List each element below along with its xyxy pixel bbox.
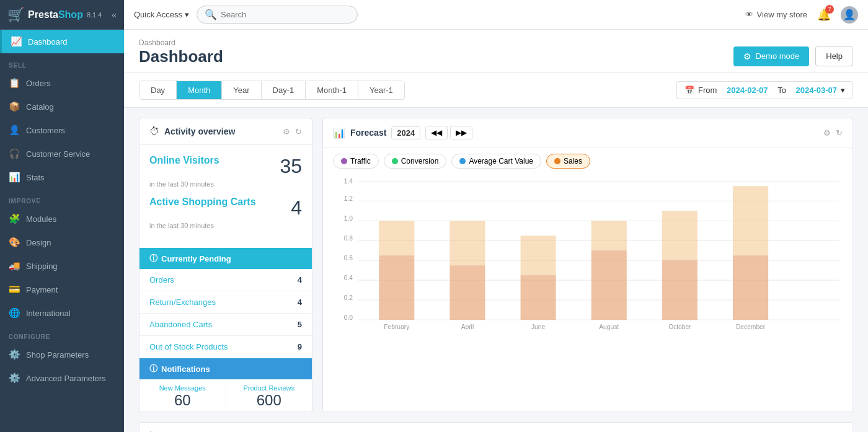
filter-tab-month[interactable]: Month <box>177 81 222 99</box>
customer-service-icon: 🎧 <box>9 148 20 159</box>
sidebar-item-payment[interactable]: 💳 Payment <box>0 278 124 301</box>
page-header: Dashboard Dashboard ⚙ Demo mode Help <box>124 30 868 73</box>
forecast-panel: 📊 Forecast 2024 ◀◀ ▶▶ ⚙ ↻ Traffic <box>322 118 853 412</box>
forecast-settings-icon[interactable]: ⚙ <box>823 128 831 138</box>
sidebar-item-shipping[interactable]: 🚚 Shipping <box>0 254 124 278</box>
shop-parameters-icon: ⚙️ <box>9 349 20 360</box>
pending-stock-count: 9 <box>298 342 302 351</box>
dashboard-bottom: 📊 Dashboard ⚙ ↻ Sales Orders Cart Value … <box>124 422 868 432</box>
active-carts-sub: in the last 30 minutes <box>149 222 302 229</box>
quick-access-menu[interactable]: Quick Access ▾ <box>134 10 189 19</box>
forecast-prev-button[interactable]: ◀◀ <box>425 126 448 139</box>
demo-mode-button[interactable]: ⚙ Demo mode <box>733 46 809 66</box>
notifications-header: ⓘ Notifications <box>140 358 312 379</box>
sidebar-item-modules[interactable]: 🧩 Modules <box>0 207 124 231</box>
notification-bell[interactable]: 🔔 7 <box>817 8 831 22</box>
notifications-title: Notifications <box>161 364 210 374</box>
activity-overview-panel: ⏱ Activity overview ⚙ ↻ Online Visitors … <box>139 118 312 412</box>
modules-icon: 🧩 <box>9 213 20 224</box>
pending-stock-link[interactable]: Out of Stock Products <box>149 342 228 351</box>
sidebar-item-international[interactable]: 🌐 International <box>0 301 124 325</box>
user-avatar[interactable]: 👤 <box>841 6 858 24</box>
sidebar-item-label: Orders <box>26 79 51 88</box>
forecast-year: 2024 <box>391 126 420 139</box>
toggle-icon: ⚙ <box>743 51 751 61</box>
search-box[interactable]: 🔍 <box>197 6 358 24</box>
jun-bar-lower <box>521 275 556 320</box>
feb-bar-upper <box>379 221 414 255</box>
sidebar-item-label: Shipping <box>26 262 58 271</box>
oct-bar-lower <box>662 260 698 320</box>
sidebar: 🛒 PrestaShop 8.1.4 « 📈 Dashboard SELL 📋 … <box>0 0 124 432</box>
help-button[interactable]: Help <box>815 46 853 66</box>
cart-value-label: Average Cart Value <box>469 157 533 165</box>
svg-text:0.6: 0.6 <box>344 255 353 262</box>
sidebar-item-label: Shop Parameters <box>26 350 89 359</box>
svg-text:1.4: 1.4 <box>344 178 353 185</box>
search-input[interactable] <box>221 10 350 19</box>
sidebar-item-design[interactable]: 🎨 Design <box>0 231 124 254</box>
legend-traffic-button[interactable]: Traffic <box>333 154 379 169</box>
sidebar-item-shop-parameters[interactable]: ⚙️ Shop Parameters <box>0 343 124 366</box>
sidebar-item-label: Modules <box>26 214 56 224</box>
sidebar-item-label: Customers <box>26 126 65 135</box>
activity-refresh-icon[interactable]: ↻ <box>295 127 302 136</box>
svg-text:April: April <box>461 324 474 330</box>
sidebar-item-label: Stats <box>26 173 45 182</box>
page-actions: ⚙ Demo mode Help <box>733 46 853 66</box>
svg-text:0.2: 0.2 <box>344 294 353 301</box>
pending-orders-count: 4 <box>298 275 302 284</box>
svg-text:1.0: 1.0 <box>344 215 353 222</box>
catalog-icon: 📦 <box>9 101 20 112</box>
filter-tab-day1[interactable]: Day-1 <box>262 81 306 99</box>
pending-header: ⓘ Currently Pending <box>140 248 312 269</box>
dashboard-body: ⏱ Activity overview ⚙ ↻ Online Visitors … <box>124 108 868 422</box>
legend-conversion-button[interactable]: Conversion <box>384 154 447 169</box>
aug-bar-lower <box>591 250 627 320</box>
sidebar-item-stats[interactable]: 📊 Stats <box>0 165 124 189</box>
dashboard-panel-header: 📊 Dashboard ⚙ ↻ <box>140 423 852 432</box>
sidebar-item-customers[interactable]: 👤 Customers <box>0 118 124 142</box>
sidebar-item-label: International <box>26 309 71 318</box>
view-store-link[interactable]: 👁 View my store <box>745 10 807 19</box>
product-reviews-value: 600 <box>226 392 312 409</box>
dec-bar-lower <box>733 255 768 320</box>
topbar: Quick Access ▾ 🔍 👁 View my store 🔔 7 👤 <box>124 0 868 30</box>
app-version: 8.1.4 <box>87 11 102 19</box>
feb-bar-lower <box>379 255 414 320</box>
filter-tab-month1[interactable]: Month-1 <box>306 81 358 99</box>
svg-text:0.0: 0.0 <box>344 314 353 321</box>
logo-shop: Shop <box>58 9 83 20</box>
stat-section: Online Visitors 35 in the last 30 minute… <box>140 145 312 248</box>
activity-settings-icon[interactable]: ⚙ <box>283 127 290 136</box>
sidebar-item-catalog[interactable]: 📦 Catalog <box>0 95 124 118</box>
apr-bar-lower <box>450 265 485 320</box>
date-range-picker[interactable]: 📅 From 2024-02-07 To 2024-03-07 ▾ <box>676 81 853 99</box>
pending-returns-link[interactable]: Return/Exchanges <box>149 298 216 307</box>
activity-title: Activity overview <box>164 126 278 136</box>
filter-tab-year1[interactable]: Year-1 <box>358 81 404 99</box>
quick-access-chevron-icon: ▾ <box>185 10 189 19</box>
eye-icon: 👁 <box>745 10 753 19</box>
pending-carts-link[interactable]: Abandoned Carts <box>149 320 212 329</box>
legend-cart-value-button[interactable]: Average Cart Value <box>451 154 541 169</box>
sidebar-collapse-button[interactable]: « <box>112 10 117 20</box>
sidebar-item-dashboard[interactable]: 📈 Dashboard <box>0 30 124 53</box>
svg-text:0.8: 0.8 <box>344 235 353 242</box>
new-messages-link[interactable]: New Messages <box>140 384 226 392</box>
from-label: From <box>698 86 717 95</box>
sidebar-item-customer-service[interactable]: 🎧 Customer Service <box>0 142 124 165</box>
online-visitors-sub: in the last 30 minutes <box>149 180 302 188</box>
sidebar-item-advanced-parameters[interactable]: ⚙️ Advanced Parameters <box>0 366 124 390</box>
filter-tab-day[interactable]: Day <box>140 81 177 99</box>
legend-sales-button[interactable]: Sales <box>546 154 590 169</box>
pending-orders-link[interactable]: Orders <box>149 275 174 284</box>
filter-tab-year[interactable]: Year <box>222 81 261 99</box>
online-visitors-row: Online Visitors 35 <box>149 155 302 178</box>
sidebar-item-orders[interactable]: 📋 Orders <box>0 71 124 95</box>
customers-icon: 👤 <box>9 125 20 136</box>
forecast-refresh-icon[interactable]: ↻ <box>836 128 843 138</box>
forecast-next-button[interactable]: ▶▶ <box>450 126 472 139</box>
dashboard-panel: 📊 Dashboard ⚙ ↻ Sales Orders Cart Value … <box>139 422 853 432</box>
product-reviews-link[interactable]: Product Reviews <box>226 384 312 392</box>
